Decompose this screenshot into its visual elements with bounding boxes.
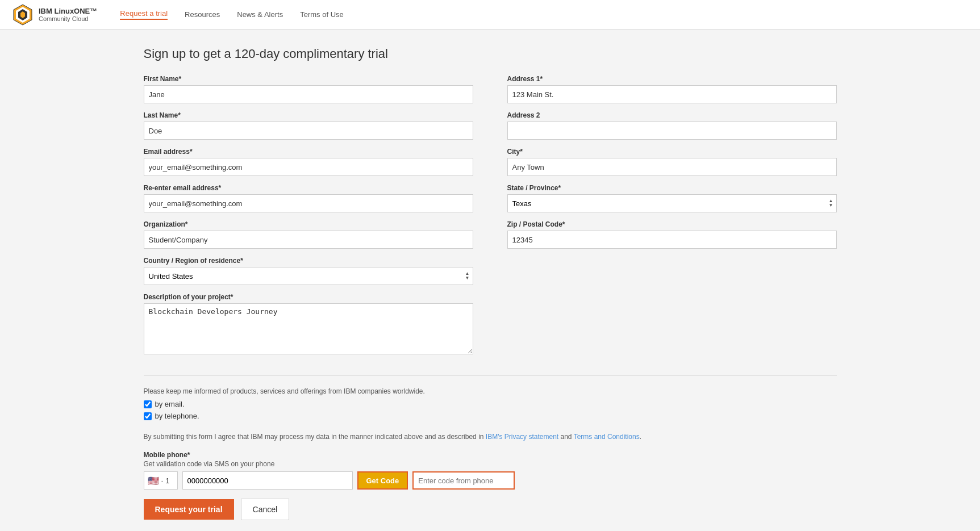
mobile-section: Mobile phone* Get validation code via SM… xyxy=(144,451,837,490)
terms-section: By submitting this form I agree that IBM… xyxy=(144,432,837,451)
nav-terms[interactable]: Terms of Use xyxy=(300,10,344,19)
terms-middle: and xyxy=(558,433,573,441)
signup-form: First Name* Last Name* Email address* Re… xyxy=(144,75,837,520)
first-name-input[interactable] xyxy=(144,85,473,103)
state-field: State / Province* Texas ▲ ▼ xyxy=(507,184,837,212)
nav-links: Request a trial Resources News & Alerts … xyxy=(120,9,343,20)
navbar: IBM LinuxONE™ Community Cloud Request a … xyxy=(0,0,980,30)
get-code-button[interactable]: Get Code xyxy=(357,471,408,490)
re-email-field: Re-enter email address* xyxy=(144,184,473,212)
terms-before: By submitting this form I agree that IBM… xyxy=(144,433,486,441)
mobile-label: Mobile phone* xyxy=(144,451,837,459)
address2-label: Address 2 xyxy=(507,111,837,119)
phone-consent-label: by telephone. xyxy=(155,412,199,420)
email-label: Email address* xyxy=(144,148,473,156)
last-name-label: Last Name* xyxy=(144,111,473,119)
org-field: Organization* xyxy=(144,220,473,249)
action-buttons: Request your trial Cancel xyxy=(144,499,837,520)
project-label: Description of your project* xyxy=(144,293,473,301)
zip-label: Zip / Postal Code* xyxy=(507,220,837,228)
city-input[interactable] xyxy=(507,158,837,176)
project-field: Description of your project* xyxy=(144,293,473,356)
zip-input[interactable] xyxy=(507,231,837,249)
country-field: Country / Region of residence* United St… xyxy=(144,257,473,285)
ibm-logo-icon xyxy=(11,3,34,26)
address1-field: Address 1* xyxy=(507,75,837,103)
request-trial-button[interactable]: Request your trial xyxy=(144,499,234,520)
cancel-button[interactable]: Cancel xyxy=(241,499,290,520)
email-consent-row: by email. xyxy=(144,400,837,408)
email-field: Email address* xyxy=(144,148,473,176)
verification-code-input[interactable] xyxy=(412,471,515,490)
form-left-section: First Name* Last Name* Email address* Re… xyxy=(144,75,473,364)
first-name-field: First Name* xyxy=(144,75,473,103)
phone-prefix: 🇺🇸 · 1 xyxy=(144,471,178,490)
mobile-sublabel: Get validation code via SMS on your phon… xyxy=(144,460,837,468)
address1-input[interactable] xyxy=(507,85,837,103)
us-flag-icon: 🇺🇸 xyxy=(148,475,159,486)
email-consent-label: by email. xyxy=(155,400,185,408)
last-name-input[interactable] xyxy=(144,122,473,140)
zip-field: Zip / Postal Code* xyxy=(507,220,837,249)
city-label: City* xyxy=(507,148,837,156)
phone-country-code: · xyxy=(161,476,164,485)
state-select-wrapper: Texas ▲ ▼ xyxy=(507,194,837,212)
nav-resources[interactable]: Resources xyxy=(185,10,220,19)
main-content: Sign up to get a 120-day complimentary t… xyxy=(64,30,916,531)
org-input[interactable] xyxy=(144,231,473,249)
privacy-link[interactable]: IBM's Privacy statement xyxy=(486,433,558,441)
nav-request-trial[interactable]: Request a trial xyxy=(120,9,168,20)
country-label: Country / Region of residence* xyxy=(144,257,473,265)
logo-subtitle: Community Cloud xyxy=(39,15,97,22)
first-name-label: First Name* xyxy=(144,75,473,83)
country-select[interactable]: United States xyxy=(144,267,473,285)
logo-text-block: IBM LinuxONE™ Community Cloud xyxy=(39,7,97,22)
address2-field: Address 2 xyxy=(507,111,837,140)
state-select[interactable]: Texas xyxy=(507,194,837,212)
last-name-field: Last Name* xyxy=(144,111,473,140)
address2-input[interactable] xyxy=(507,122,837,140)
phone-number-input[interactable] xyxy=(182,471,353,490)
logo-area: IBM LinuxONE™ Community Cloud xyxy=(11,3,97,26)
project-textarea[interactable] xyxy=(144,303,473,354)
phone-consent-checkbox[interactable] xyxy=(144,412,152,420)
logo-title: IBM LinuxONE™ xyxy=(39,7,97,15)
phone-code-number: 1 xyxy=(165,476,169,485)
nav-news-alerts[interactable]: News & Alerts xyxy=(237,10,283,19)
form-right-section: Address 1* Address 2 City* State / Provi… xyxy=(507,75,837,364)
terms-link[interactable]: Terms and Conditions xyxy=(574,433,640,441)
email-input[interactable] xyxy=(144,158,473,176)
phone-consent-row: by telephone. xyxy=(144,412,837,420)
city-field: City* xyxy=(507,148,837,176)
email-consent-checkbox[interactable] xyxy=(144,400,152,408)
mobile-row: 🇺🇸 · 1 Get Code xyxy=(144,471,837,490)
address1-label: Address 1* xyxy=(507,75,837,83)
state-label: State / Province* xyxy=(507,184,837,192)
consent-section: Please keep me informed of products, ser… xyxy=(144,387,837,424)
re-email-input[interactable] xyxy=(144,194,473,212)
country-select-wrapper: United States ▲ ▼ xyxy=(144,267,473,285)
org-label: Organization* xyxy=(144,220,473,228)
terms-text: By submitting this form I agree that IBM… xyxy=(144,432,837,442)
terms-after: . xyxy=(640,433,641,441)
page-title: Sign up to get a 120-day complimentary t… xyxy=(144,47,837,61)
form-divider xyxy=(144,375,837,376)
re-email-label: Re-enter email address* xyxy=(144,184,473,192)
consent-intro: Please keep me informed of products, ser… xyxy=(144,387,837,395)
